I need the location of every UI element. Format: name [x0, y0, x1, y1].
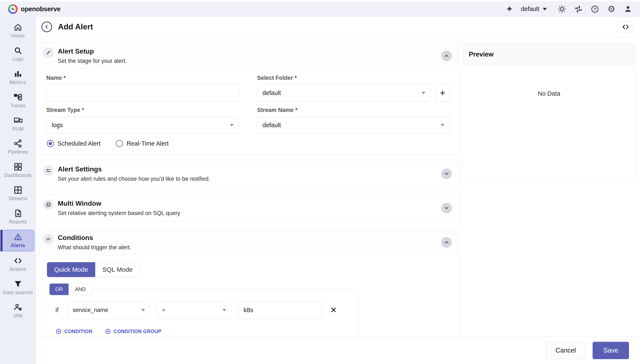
sidebar-item-label: Data sources [2, 290, 34, 296]
openobserve-logo: openobserve [8, 4, 60, 14]
user-gear-icon [13, 303, 23, 312]
folder-field-group: Select Folder * default + [257, 69, 450, 101]
sidebar-item-home[interactable]: Home [2, 20, 34, 41]
help-button[interactable]: ? [590, 5, 599, 14]
sidebar-item-pipelines[interactable]: Pipelines [2, 137, 34, 158]
and-toggle-button[interactable]: AND [68, 284, 92, 295]
folder-select[interactable]: default [257, 84, 431, 101]
ai-sparkle-icon[interactable]: ✦ [506, 5, 513, 14]
devices-icon [13, 116, 23, 125]
chevron-down-icon [222, 309, 226, 311]
alert-settings-title: Alert Settings [58, 165, 210, 173]
save-button[interactable]: Save [592, 342, 629, 359]
sidebar-item-label: Logs [2, 56, 34, 62]
help-icon: ? [590, 5, 599, 14]
sidebar-item-label: Streams [2, 196, 34, 202]
condition-value-input[interactable] [238, 301, 322, 319]
sidebar-item-data-sources[interactable]: Data sources [2, 277, 34, 298]
settings-button[interactable]: ⚙ [607, 5, 616, 14]
profile-button[interactable] [624, 5, 632, 14]
stream-name-select[interactable]: default [257, 116, 450, 134]
window-edge [0, 0, 640, 2]
condition-operator-value: = [162, 307, 165, 314]
conditions-title: Conditions [58, 234, 131, 242]
query-mode-toggle: Quick Mode SQL Mode [47, 262, 140, 277]
conditions-collapse-button[interactable] [441, 237, 452, 248]
condition-actions: CONDITION CONDITION GROUP [56, 328, 350, 334]
multi-window-section: Multi Window Set relative alerting syste… [38, 194, 458, 221]
page-header: Add Alert [36, 17, 640, 37]
folder-label: Select Folder * [257, 75, 450, 81]
realtime-alert-radio[interactable]: Real-Time Alert [116, 140, 169, 147]
sidebar-item-dashboards[interactable]: Dashboards [2, 160, 34, 181]
chevron-down-icon [422, 92, 426, 94]
preview-panel: Preview No Data [463, 44, 635, 179]
condition-row: if service_name = [56, 301, 350, 319]
conditions-subtitle: What should trigger the alert. [58, 244, 131, 251]
theme-toggle-button[interactable] [558, 5, 566, 14]
organization-selected: default [521, 6, 539, 12]
chevron-left-icon [44, 24, 50, 30]
code-icon [622, 23, 630, 31]
if-label: if [56, 307, 67, 314]
sidebar-item-streams[interactable]: Streams [2, 183, 34, 204]
alert-settings-expand-button[interactable] [441, 168, 452, 179]
chevron-down-icon [230, 124, 234, 126]
cancel-button[interactable]: Cancel [546, 342, 586, 359]
sidebar-item-reports[interactable]: Reports [2, 206, 34, 227]
multi-window-subtitle: Set relative alerting system based on SQ… [58, 210, 180, 216]
back-button[interactable] [42, 22, 52, 32]
sidebar-item-label: RUM [2, 126, 34, 132]
sidebar-item-actions[interactable]: Actions [2, 254, 34, 275]
name-input[interactable] [46, 84, 239, 101]
condition-field-select[interactable]: service_name [67, 301, 150, 319]
sidebar-item-metrics[interactable]: Metrics [2, 67, 34, 88]
add-folder-button[interactable]: + [435, 84, 450, 101]
bar-chart-icon [13, 69, 23, 78]
or-toggle-button[interactable]: OR [50, 284, 68, 295]
code-slash-icon [43, 234, 54, 244]
sql-mode-tab[interactable]: SQL Mode [95, 262, 140, 277]
pulse-icon [10, 6, 16, 12]
condition-operator-select[interactable]: = [156, 301, 232, 319]
alert-setup-collapse-button[interactable] [441, 50, 452, 61]
stream-type-field-group: Stream Type * logs [46, 101, 239, 134]
add-condition-group-label: CONDITION GROUP [114, 329, 162, 334]
sidebar: Home Logs Metrics Traces [0, 17, 36, 364]
quick-mode-tab[interactable]: Quick Mode [47, 262, 95, 277]
alert-setup-header: Alert Setup Set the stage for your alert… [38, 42, 458, 69]
add-condition-group-link[interactable]: CONDITION GROUP [105, 328, 162, 334]
no-data-text: No Data [538, 90, 560, 178]
view-json-button[interactable] [618, 21, 633, 33]
join-operator-toggle: OR AND [49, 283, 92, 295]
sidebar-item-logs[interactable]: Logs [2, 44, 34, 64]
sidebar-item-label: Home [2, 33, 34, 39]
multi-window-title: Multi Window [58, 200, 180, 208]
sidebar-item-traces[interactable]: Traces [2, 90, 34, 111]
multi-window-expand-button[interactable] [441, 203, 452, 213]
sidebar-item-rum[interactable]: RUM [2, 114, 34, 134]
scheduled-alert-label: Scheduled Alert [58, 140, 100, 147]
sidebar-item-alerts[interactable]: Alerts [2, 230, 34, 252]
sidebar-item-label: Pipelines [2, 149, 34, 155]
slack-button[interactable] [574, 5, 583, 14]
multi-window-icon [43, 200, 54, 210]
radio-unselected-icon [116, 140, 123, 147]
condition-group: OR AND if service_name [47, 289, 358, 336]
footer-action-bar: Cancel Save [36, 336, 640, 364]
organization-selector[interactable]: default [521, 6, 547, 12]
sidebar-item-iam[interactable]: IAM [2, 300, 34, 321]
sidebar-item-label: Traces [2, 103, 34, 108]
scheduled-alert-radio[interactable]: Scheduled Alert [47, 140, 100, 147]
sidebar-item-label: IAM [2, 313, 34, 319]
remove-condition-button[interactable]: ✕ [330, 306, 337, 314]
plus-circle-icon [56, 328, 62, 334]
stream-type-select[interactable]: logs [46, 116, 239, 134]
alert-form-column: Alert Setup Set the stage for your alert… [36, 37, 460, 336]
stream-name-selected-value: default [262, 122, 281, 129]
add-condition-link[interactable]: CONDITION [56, 328, 92, 334]
search-icon [13, 46, 23, 55]
chevron-down-icon [543, 8, 547, 10]
stream-type-label: Stream Type * [46, 107, 239, 114]
chevron-down-icon [141, 309, 145, 311]
